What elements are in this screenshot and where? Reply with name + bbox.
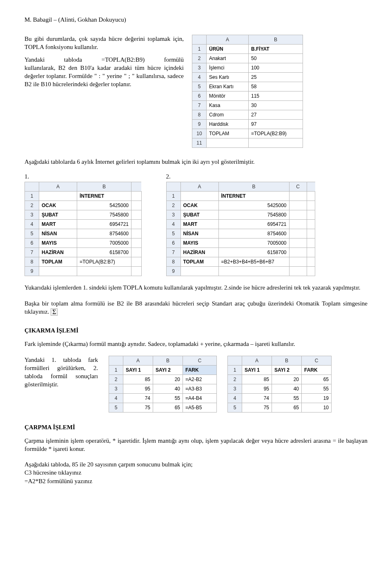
intro-word-tabloda: tabloda: [64, 56, 82, 64]
cell: [307, 192, 315, 201]
col-c: C: [289, 182, 307, 192]
row-number: 4: [228, 393, 242, 403]
cell: TOPLAM: [180, 257, 218, 267]
cell: 65: [272, 403, 302, 412]
cell: 7545800: [218, 210, 289, 220]
table-row: 3ŞUBAT7545800: [25, 210, 142, 220]
spreadsheet-internet-2: A B C 1İNTERNET2OCAK54250003ŞUBAT7545800…: [166, 182, 316, 276]
col-b: B: [153, 356, 183, 365]
cell: [289, 239, 307, 248]
table-row: 6MAYIS7005000: [166, 239, 315, 248]
cell: HAZİRAN: [180, 248, 218, 257]
cell: =TOPLA(B2:B9): [249, 129, 303, 138]
cell: 19: [302, 393, 332, 403]
table-row: 4745519: [228, 393, 332, 403]
carpma-p2: Aşağıdaki tabloda, 85 ile 20 sayısının ç…: [24, 460, 368, 485]
spreadsheet-urun: A B 1ÜRÜNB.FİYAT2Anakart503İşlemci1004Se…: [192, 35, 303, 148]
table-row: 39540=A3-B3: [109, 384, 217, 393]
cell: [180, 192, 218, 201]
row-number: 6: [192, 91, 207, 101]
spreadsheet-fark-1: A B C 1SAYI 1SAYI 2FARK28520=A2-B239540=…: [109, 356, 217, 413]
cell: 7545800: [77, 210, 131, 220]
col-c: C: [183, 356, 217, 365]
col-corner: [25, 182, 39, 192]
cell: 75: [123, 403, 153, 412]
col-corner: [192, 35, 207, 45]
carpma-p2-l2: C3 hücresine tıklayınız: [24, 469, 81, 476]
cikarma-para: Fark işleminde (Çıkarma) formül mantığı …: [24, 340, 368, 348]
para-after-tables: Yukarıdaki işlemlerden 1. sindeki işlem …: [24, 283, 368, 292]
cell: TOPLAM: [207, 129, 249, 138]
cell: 58: [249, 82, 303, 91]
spreadsheet-internet-1: A B 1İNTERNET2OCAK54250003ŞUBAT75458004M…: [24, 182, 142, 276]
cell: İşlemci: [207, 63, 249, 73]
cell: [289, 192, 307, 201]
sigma-icon: Σ: [51, 308, 58, 316]
row-number: 3: [192, 63, 207, 73]
cell: 20: [153, 375, 183, 384]
cell: 100: [249, 63, 303, 73]
cell: B.FİYAT: [249, 45, 303, 54]
row-number: 2: [192, 54, 207, 63]
cell: MART: [39, 220, 77, 229]
cell: [39, 267, 77, 276]
cell: 7005000: [218, 239, 289, 248]
cell: Kasa: [207, 101, 249, 110]
label-two: 2.: [166, 173, 316, 180]
col-a: A: [207, 35, 249, 45]
row-number: 2: [166, 201, 180, 210]
table-row: 5NİSAN8754600: [166, 229, 315, 239]
w6: görülürken,: [57, 364, 86, 372]
table-row: 10TOPLAM=TOPLA(B2:B9): [192, 129, 303, 138]
row-number: 2: [25, 201, 39, 210]
row-number: 7: [25, 248, 39, 257]
row-number: 5: [25, 229, 39, 239]
cell: SAYI 1: [123, 365, 153, 375]
cell: 40: [153, 384, 183, 393]
cell: TOPLAM: [39, 257, 77, 267]
row-number: 6: [25, 239, 39, 248]
row-number: 7: [192, 101, 207, 110]
cell: ŞUBAT: [39, 210, 77, 220]
row-number: 5: [109, 403, 123, 412]
cell: NİSAN: [180, 229, 218, 239]
cell: =A5-B5: [183, 403, 217, 412]
cell: NİSAN: [39, 229, 77, 239]
col-b: B: [77, 182, 131, 192]
table-row: 1İNTERNET: [25, 192, 142, 201]
cell: [207, 138, 249, 148]
cell: [131, 210, 142, 220]
row-number: 1: [166, 192, 180, 201]
cell: =A3-B3: [183, 384, 217, 393]
document-header: M. Babagil – (Alinti, Gokhan Dokuyucu): [24, 16, 368, 23]
table-row: 8TOPLAM=TOPLA(B2:B7): [25, 257, 142, 267]
cell: Ekran Kartı: [207, 82, 249, 91]
cell: SAYI 2: [272, 365, 302, 375]
intro-row: Bu gibi durumlarda, çok sayıda hücre değ…: [24, 35, 368, 148]
cell: [131, 239, 142, 248]
cell: 55: [272, 393, 302, 403]
table-row: 6MAYIS7005000: [25, 239, 142, 248]
cell: Cdrom: [207, 110, 249, 120]
cell: [289, 229, 307, 239]
row-number: 2: [109, 375, 123, 384]
cell: FARK: [302, 365, 332, 375]
row-number: 1: [109, 365, 123, 375]
row-number: 7: [166, 248, 180, 257]
row-number: 1: [25, 192, 39, 201]
cell: Ses Kartı: [207, 73, 249, 82]
cell: SAYI 2: [153, 365, 183, 375]
section-carpma-title: ÇARPMA İŞLEMİ: [24, 424, 368, 431]
cell: MAYIS: [180, 239, 218, 248]
table-row: 9: [166, 267, 315, 276]
intro-word-yandaki: Yandaki: [24, 56, 45, 64]
table-row: 3954055: [228, 384, 332, 393]
col-stub: [307, 182, 315, 192]
cell: MAYIS: [39, 239, 77, 248]
cell: 40: [272, 384, 302, 393]
row-number: 3: [109, 384, 123, 393]
row-number: 8: [192, 110, 207, 120]
table-row: 3ŞUBAT7545800: [166, 210, 315, 220]
carpma-p2-l1: Aşağıdaki tabloda, 85 ile 20 sayısının ç…: [24, 461, 193, 468]
row-number: 2: [228, 375, 242, 384]
